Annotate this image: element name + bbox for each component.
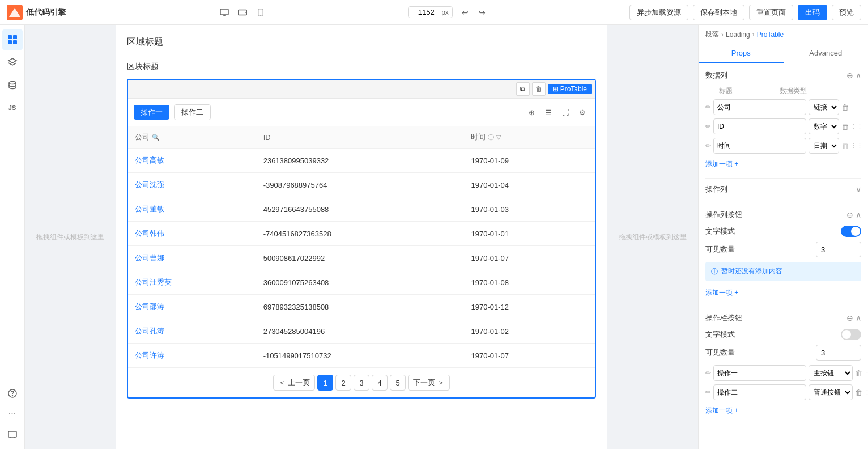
ab-edit-icon[interactable]: ✏ [705, 367, 711, 379]
dc-edit-icon[interactable]: ✏ [705, 121, 711, 132]
page-btn-3[interactable]: 3 [354, 375, 369, 391]
table-row: 公司汪秀英 3600091075263408 1970-01-08 [128, 270, 595, 295]
sidebar-icon-components[interactable] [2, 29, 23, 50]
ab-delete-btn[interactable]: 🗑 [855, 387, 862, 398]
cell-id: 3600091075263408 [257, 270, 465, 295]
table-toolbar-icons: ⊕ ☰ ⛶ ⚙ [525, 105, 589, 119]
add-action-btn[interactable]: 添加一项 + [705, 288, 738, 298]
ab-label-input[interactable] [713, 365, 806, 381]
filter-icon[interactable]: ▽ [496, 134, 501, 141]
cell-id: 2361380995039332 [257, 149, 465, 173]
sidebar-icon-bottom[interactable] [2, 424, 23, 444]
add-column-btn[interactable]: 添加一项 + [705, 159, 738, 169]
text-mode-toggle[interactable] [841, 226, 861, 237]
dc-delete-btn[interactable]: 🗑 [841, 140, 849, 151]
dc-title-input[interactable] [713, 99, 806, 115]
settings-icon[interactable]: ⚙ [576, 105, 589, 119]
cell-company: 公司许涛 [128, 344, 257, 368]
dc-delete-btn[interactable]: 🗑 [841, 101, 849, 113]
action-col-title: 操作列 [705, 184, 727, 194]
sidebar-icon-js[interactable]: JS [2, 98, 23, 118]
dc-type-select[interactable]: 链接 数字 日期 文本 [809, 138, 839, 154]
page-btn-5[interactable]: 5 [390, 375, 406, 391]
collapse-action-col[interactable]: ∨ [856, 185, 861, 194]
copy-icon-btn[interactable]: ⧉ [516, 82, 530, 96]
sidebar-icon-more[interactable]: ··· [2, 404, 23, 424]
dc-edit-icon[interactable]: ✏ [705, 140, 711, 151]
minus-icon-3[interactable]: ⊖ [846, 314, 853, 323]
table-row: 公司沈强 -390879688975764 1970-01-04 [128, 173, 595, 197]
dc-title-input[interactable] [713, 118, 806, 134]
dc-type-select[interactable]: 链接 数字 日期 文本 [809, 99, 839, 115]
cell-time: 1970-01-07 [464, 246, 595, 270]
visible-count-row-2: 可见数量 3 [705, 345, 861, 361]
delete-icon-btn[interactable]: 🗑 [532, 82, 546, 96]
sidebar-icon-layers[interactable] [2, 52, 23, 73]
table-action-btn2[interactable]: 操作二 [174, 104, 211, 120]
async-load-btn[interactable]: 异步加载资源 [629, 5, 688, 20]
ab-type-select[interactable]: 主按钮 普通按钮 危险按钮 [809, 384, 853, 400]
visible-count-input-1[interactable]: 3 [816, 242, 861, 257]
ab-label-input[interactable] [713, 384, 806, 400]
width-input[interactable]: 1152 [412, 8, 440, 16]
svg-rect-2 [220, 9, 228, 15]
collapse-action-btn[interactable]: ∧ [856, 210, 861, 219]
ab-drag-btn[interactable]: ⋮⋮ [865, 367, 868, 379]
text-mode-toggle-2[interactable] [841, 329, 861, 340]
page-btn-4[interactable]: 4 [372, 375, 388, 391]
table-row: 公司高敏 2361380995039332 1970-01-09 [128, 149, 595, 173]
export-btn[interactable]: 出码 [798, 5, 827, 20]
data-columns-section: 数据列 ⊖ ∧ 标题 数据类型 ✏ 链接 [705, 70, 861, 169]
info-icon[interactable]: ⓘ [488, 133, 494, 142]
page-btn-2[interactable]: 2 [335, 375, 351, 391]
table-row: 公司邵涛 6978932325138508 1970-01-12 [128, 295, 595, 319]
action-col-header: 操作列 ∨ [705, 184, 861, 194]
dc-title-input[interactable] [713, 138, 806, 154]
save-local-btn[interactable]: 保存到本地 [693, 5, 744, 20]
ab-delete-btn[interactable]: 🗑 [855, 367, 862, 379]
dc-edit-icon[interactable]: ✏ [705, 101, 711, 113]
ab-edit-icon[interactable]: ✏ [705, 387, 711, 398]
expand-icon[interactable]: ⛶ [559, 105, 572, 119]
page-btn-1[interactable]: 1 [317, 375, 333, 391]
breadcrumb-item-2: Loading [726, 31, 750, 39]
undo-btn[interactable]: ↩ [457, 5, 473, 20]
cell-time: 1970-01-04 [464, 173, 595, 197]
ab-drag-btn[interactable]: ⋮⋮ [865, 387, 868, 398]
preview-btn[interactable]: 预览 [832, 5, 861, 20]
redo-btn[interactable]: ↪ [474, 5, 490, 20]
svg-rect-9 [8, 35, 12, 39]
dc-drag-btn[interactable]: ⋮⋮ [851, 140, 862, 151]
dc-drag-btn[interactable]: ⋮⋮ [851, 121, 862, 132]
dc-drag-btn[interactable]: ⋮⋮ [851, 101, 862, 113]
minus-icon-2[interactable]: ⊖ [846, 210, 853, 219]
tab-props[interactable]: Props [699, 44, 784, 63]
prev-page-btn[interactable]: ＜ 上一页 [273, 375, 315, 391]
dc-delete-btn[interactable]: 🗑 [841, 121, 849, 132]
desktop-device-btn[interactable] [216, 5, 232, 20]
tab-advanced[interactable]: Advanced [784, 44, 869, 63]
search-icon[interactable]: 🔍 [152, 134, 160, 141]
tablet-landscape-btn[interactable] [235, 5, 250, 20]
block-section: 区块标题 ⧉ 🗑 ⊞ ProTable [127, 62, 596, 399]
visible-count-input-2[interactable]: 3 [816, 345, 861, 361]
next-page-btn[interactable]: 下一页 ＞ [408, 375, 450, 391]
add-toolbar-btn[interactable]: 添加一项 + [705, 406, 738, 416]
collapse-toolbar-btn[interactable]: ∧ [856, 314, 861, 323]
align-icon[interactable]: ☰ [542, 105, 555, 119]
table-action-btn1[interactable]: 操作一 [134, 105, 169, 120]
undo-redo: ↩ ↪ [457, 5, 490, 20]
cell-id: -7404516827363528 [257, 222, 465, 246]
cell-time: 1970-01-02 [464, 319, 595, 344]
sidebar-icon-data[interactable] [2, 75, 23, 95]
sidebar-icon-help[interactable] [2, 383, 23, 404]
ab-type-select[interactable]: 主按钮 普通按钮 危险按钮 [809, 365, 853, 381]
text-mode-row-2: 文字模式 [705, 329, 861, 340]
dc-type-select[interactable]: 链接 数字 日期 文本 [809, 118, 839, 134]
minus-icon[interactable]: ⊖ [846, 71, 853, 80]
center-icon[interactable]: ⊕ [525, 105, 538, 119]
reset-page-btn[interactable]: 重置页面 [749, 5, 793, 20]
toolbar-btn-section: 操作栏按钮 ⊖ ∧ 文字模式 可见数量 3 [705, 313, 861, 416]
tablet-portrait-btn[interactable] [253, 5, 269, 20]
collapse-data-columns[interactable]: ∧ [856, 71, 861, 80]
